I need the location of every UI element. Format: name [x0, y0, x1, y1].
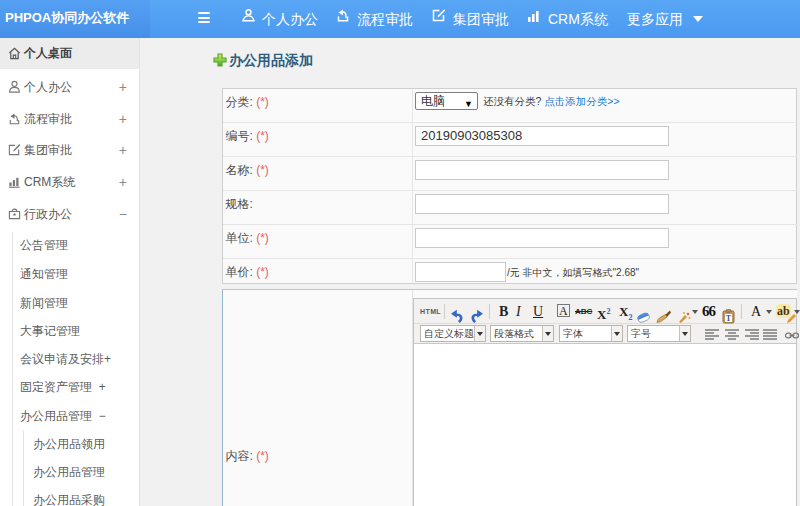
svg-text:T: T: [726, 314, 732, 323]
